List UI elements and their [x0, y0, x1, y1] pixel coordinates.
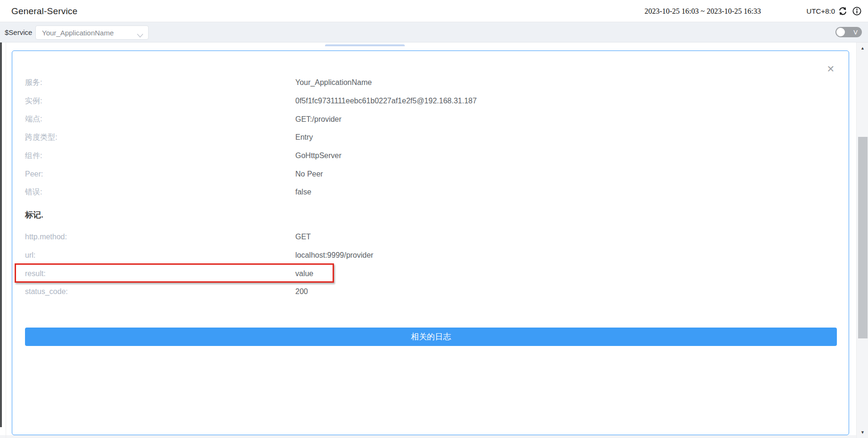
field-row-instance: 实例: 0f5f1fc9731111eebc61b0227af1e2f5@192… — [25, 92, 836, 110]
field-label: 错误: — [25, 187, 295, 197]
field-label: 组件: — [25, 151, 295, 161]
span-detail-modal: ✕ 服务: Your_ApplicationName 实例: 0f5f1fc97… — [12, 51, 849, 435]
field-value: No Peer — [295, 170, 323, 178]
scroll-down-icon[interactable]: ▼ — [857, 429, 868, 436]
tag-label: result: — [25, 270, 295, 278]
span-detail-rows: 服务: Your_ApplicationName 实例: 0f5f1fc9731… — [25, 74, 836, 301]
field-value: Entry — [295, 133, 313, 142]
page-bottom-edge — [0, 435, 868, 438]
field-value: false — [295, 188, 311, 196]
tags-section-title: 标记. — [25, 208, 836, 222]
vertical-scrollbar[interactable]: ▲ ▼ — [856, 42, 868, 438]
chevron-down-icon — [137, 31, 143, 39]
field-label: 实例: — [25, 96, 295, 106]
field-label: 服务: — [25, 78, 295, 88]
content-area: ✕ 服务: Your_ApplicationName 实例: 0f5f1fc97… — [0, 42, 868, 438]
tag-value: GET — [295, 233, 311, 241]
app-header: General-Service 2023-10-25 16:03 ~ 2023-… — [0, 0, 868, 22]
field-row-error: 错误: false — [25, 183, 836, 202]
tag-row-status-code: status_code: 200 — [25, 283, 836, 301]
field-label: Peer: — [25, 170, 295, 178]
tag-row-url: url: localhost:9999/provider — [25, 246, 836, 265]
field-value: GoHttpServer — [295, 152, 342, 160]
background-element-edge — [325, 44, 405, 46]
field-label: 端点: — [25, 114, 295, 124]
scrollbar-thumb[interactable] — [858, 137, 868, 338]
page: General-Service 2023-10-25 16:03 ~ 2023-… — [0, 0, 868, 438]
field-value: Your_ApplicationName — [295, 78, 372, 87]
field-label: 跨度类型: — [25, 133, 295, 143]
tag-label: url: — [25, 251, 295, 260]
time-range-picker[interactable]: 2023-10-25 16:03 ~ 2023-10-25 16:33 — [644, 0, 761, 22]
tag-value: localhost:9999/provider — [295, 251, 373, 260]
field-value: 0f5f1fc9731111eebc61b0227af1e2f5@192.168… — [295, 97, 477, 105]
field-row-component: 组件: GoHttpServer — [25, 147, 836, 165]
field-row-service: 服务: Your_ApplicationName — [25, 74, 836, 92]
field-row-peer: Peer: No Peer — [25, 165, 836, 183]
field-value: GET:/provider — [295, 115, 342, 124]
field-row-endpoint: 端点: GET:/provider — [25, 110, 836, 128]
toggle-label: V — [853, 27, 858, 37]
tag-row-http-method: http.method: GET — [25, 228, 836, 246]
tag-label: http.method: — [25, 233, 295, 241]
tag-value: 200 — [295, 287, 308, 296]
info-icon[interactable] — [852, 6, 862, 16]
service-select-dropdown[interactable]: Your_ApplicationName — [35, 25, 149, 40]
refresh-icon[interactable] — [838, 6, 848, 16]
tag-value: value — [295, 270, 313, 278]
service-toolbar: $Service Your_ApplicationName V — [0, 22, 868, 42]
related-logs-button[interactable]: 相关的日志 — [25, 328, 837, 346]
close-icon[interactable]: ✕ — [825, 63, 836, 75]
timezone-label: UTC+8:0 — [807, 0, 835, 22]
tag-label: status_code: — [25, 287, 295, 296]
version-toggle[interactable]: V — [835, 27, 862, 37]
left-edge-strip — [0, 42, 2, 427]
service-label: $Service — [5, 22, 32, 42]
field-row-span-type: 跨度类型: Entry — [25, 128, 836, 147]
scroll-up-icon[interactable]: ▲ — [857, 44, 868, 52]
toggle-knob-icon — [836, 28, 845, 36]
page-title: General-Service — [11, 0, 77, 22]
panel-divider-line — [6, 42, 6, 438]
service-select-value: Your_ApplicationName — [42, 29, 114, 37]
tag-row-result: result: value — [25, 264, 836, 283]
